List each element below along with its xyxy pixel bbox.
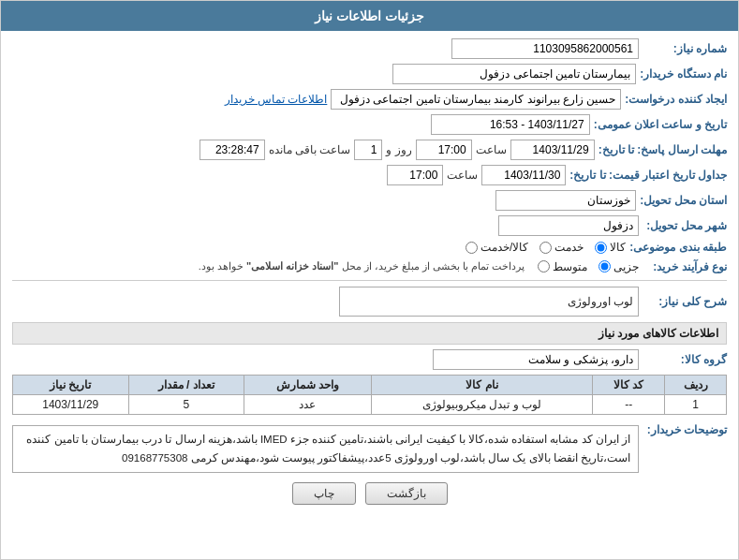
- ijad-input[interactable]: [331, 89, 621, 110]
- mohlat-saaat-input[interactable]: [416, 140, 472, 160]
- noe-notice: پرداخت تمام با بخشی از مبلغ خرید، از محل…: [199, 258, 525, 274]
- col-radif: ردیف: [665, 376, 727, 395]
- table-row: 1--لوب و تبدل میکروبیولوژیعدد51403/11/29: [13, 395, 727, 415]
- tabaqe-kala-radio[interactable]: [595, 242, 607, 254]
- col-tarikh: تاریخ نیاز: [13, 376, 129, 395]
- tabaqe-khadamat-label: خدمت: [554, 241, 584, 254]
- jadval-label: جداول تاریخ اعتبار قیمت: تا تاریخ:: [569, 169, 727, 182]
- shomara-niaz-label: شماره نیاز:: [643, 42, 727, 55]
- tabaqe-kala-khadamat-label: کالا/خدمت: [480, 241, 528, 254]
- col-kod-kala: کد کالا: [593, 376, 665, 395]
- kalaha-table: ردیف کد کالا نام کالا واحد شمارش تعداد /…: [12, 375, 727, 415]
- col-tedad: تعداد / مقدار: [128, 376, 244, 395]
- tabaqe-khadamat-radio[interactable]: [539, 242, 552, 254]
- noe-notice-bold: "اسناد خزانه اسلامی": [246, 260, 339, 272]
- ijad-link[interactable]: اطلاعات تماس خریدار: [225, 93, 328, 106]
- buyer-note-label: توضیحات خریدار:: [643, 420, 727, 436]
- mohlat-saaat-label: ساعت: [476, 143, 507, 156]
- noe-farayand-label: نوع فرآیند خرید:: [643, 260, 727, 273]
- col-vahed: واحد شمارش: [244, 376, 371, 395]
- tabaqe-kala-khadamat-radio[interactable]: [466, 242, 478, 254]
- jadval-saaat-input[interactable]: [387, 165, 443, 185]
- table-cell: 1403/11/29: [13, 395, 129, 415]
- tabaqe-radio-group: کالا/خدمت خدمت کالا: [466, 241, 626, 254]
- page-title: جزئیات اطلاعات نیاز: [315, 8, 424, 23]
- ostan-input[interactable]: [495, 190, 636, 211]
- buyer-note-box: از ایران کد مشابه استفاده شده،کالا با کی…: [12, 425, 639, 473]
- tabaqe-label: طبقه بندی موضوعی:: [629, 241, 727, 254]
- noe-radio-group: متوسط جزیی: [538, 260, 639, 273]
- shahr-input[interactable]: [498, 215, 639, 236]
- name-dastgah-label: نام دستگاه خریدار:: [640, 67, 727, 81]
- col-name-kala: نام کالا: [371, 376, 593, 395]
- ijad-label: ایجاد کننده درخواست:: [625, 93, 727, 106]
- noe-motavaset-radio[interactable]: [538, 260, 550, 273]
- noe-motavaset-label: متوسط: [553, 260, 587, 273]
- jadval-date-input[interactable]: [481, 165, 566, 185]
- tabaqe-kala-label: کالا: [610, 241, 626, 254]
- mohlat-label: مهلت ارسال پاسخ: تا تاریخ:: [599, 143, 727, 156]
- shahr-label: شهر محل تحویل:: [643, 219, 727, 232]
- goroh-input[interactable]: [433, 349, 639, 370]
- jadval-saaat-label: ساعت: [447, 169, 478, 182]
- tarikh-input[interactable]: [431, 114, 590, 135]
- name-dastgah-input[interactable]: [392, 64, 636, 84]
- mohlat-saaat2-label: ساعت باقی مانده: [269, 143, 351, 156]
- shrh-label: شرح کلی نیاز:: [643, 295, 727, 308]
- shrh-value: لوب اورولوژی: [339, 287, 639, 317]
- table-cell: عدد: [244, 395, 371, 415]
- table-cell: 5: [128, 395, 244, 415]
- page-header: جزئیات اطلاعات نیاز: [1, 1, 738, 31]
- noe-jozei-radio[interactable]: [599, 260, 611, 273]
- tarikh-label: تاریخ و ساعت اعلان عمومی:: [594, 118, 727, 131]
- table-cell: لوب و تبدل میکروبیولوژی: [371, 395, 593, 415]
- noe-jozei-label: جزیی: [613, 260, 639, 273]
- print-button[interactable]: چاپ: [292, 482, 356, 505]
- goroh-label: گروه کالا:: [643, 353, 727, 366]
- kalaha-table-section: ردیف کد کالا نام کالا واحد شمارش تعداد /…: [12, 375, 727, 415]
- button-row: بازگشت چاپ: [12, 482, 727, 505]
- table-cell: 1: [665, 395, 727, 415]
- shomara-niaz-input[interactable]: [451, 38, 639, 59]
- mohlat-saaat2-input[interactable]: [200, 140, 265, 160]
- back-button[interactable]: بازگشت: [365, 482, 448, 505]
- mohlat-roz-label: روز و: [386, 143, 411, 156]
- table-cell: --: [593, 395, 665, 415]
- mohlat-date-input[interactable]: [510, 140, 595, 160]
- ostan-label: استان محل تحویل:: [640, 194, 727, 207]
- mohlat-roz-input[interactable]: [354, 140, 382, 160]
- kalaha-title: اطلاعات کالاهای مورد نیاز: [12, 322, 727, 345]
